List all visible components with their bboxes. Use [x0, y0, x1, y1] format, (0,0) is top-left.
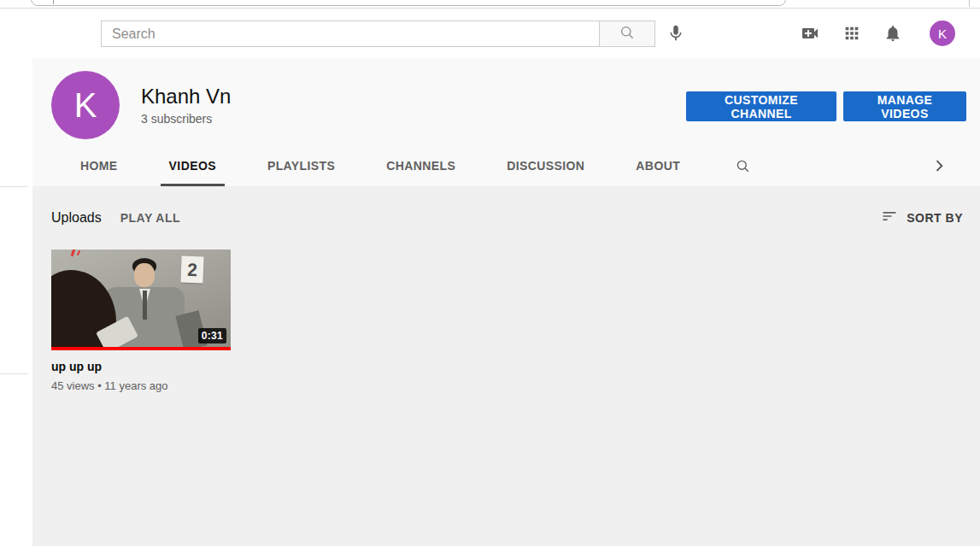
channel-content: Uploads PLAY ALL SORT BY 2: [32, 186, 980, 546]
tab-videos[interactable]: VIDEOS: [144, 145, 242, 186]
channel-search-icon[interactable]: [735, 145, 751, 186]
mic-icon[interactable]: [665, 22, 687, 44]
sort-by-control[interactable]: SORT BY: [881, 208, 963, 228]
search-input[interactable]: [101, 21, 600, 47]
video-title[interactable]: up up up: [51, 360, 231, 373]
account-avatar[interactable]: K: [930, 21, 955, 46]
browser-address-bar[interactable]: [31, 0, 786, 6]
masthead: K: [0, 9, 980, 58]
section-title: Uploads: [51, 210, 102, 226]
guide-divider: [0, 373, 28, 374]
notifications-bell-icon[interactable]: [882, 22, 904, 44]
sort-icon: [881, 208, 898, 228]
video-meta: 45 views • 11 years ago: [51, 379, 231, 392]
chevron-right-icon[interactable]: [930, 157, 948, 177]
apps-grid-icon[interactable]: [841, 22, 863, 44]
tab-home[interactable]: HOME: [55, 145, 144, 186]
search-button[interactable]: [600, 21, 655, 47]
thumbnail-number-sign: 2: [180, 256, 203, 284]
search-area: [101, 21, 655, 47]
guide-divider: [0, 186, 28, 187]
channel-avatar[interactable]: K: [51, 71, 120, 139]
thumbnail-art: [134, 263, 155, 287]
youtube-channel-page: K K Khanh Vn 3 subscribers CUSTOMIZE CHA…: [0, 0, 980, 546]
play-all-link[interactable]: PLAY ALL: [120, 211, 180, 225]
customize-channel-button[interactable]: CUSTOMIZE CHANNEL: [686, 91, 836, 121]
thumbnail-art: [77, 250, 80, 255]
tab-channels[interactable]: CHANNELS: [361, 145, 481, 186]
sort-by-label: SORT BY: [907, 211, 963, 225]
channel-tabs: HOME VIDEOS PLAYLISTS CHANNELS DISCUSSIO…: [55, 145, 751, 186]
uploads-header-row: Uploads PLAY ALL SORT BY: [51, 208, 963, 228]
address-bar-caret: [53, 0, 54, 4]
create-video-icon[interactable]: [799, 22, 821, 44]
guide-rail: [0, 58, 32, 546]
channel-header: K Khanh Vn 3 subscribers CUSTOMIZE CHANN…: [32, 58, 980, 186]
watch-progress-track: [51, 347, 231, 350]
tab-about[interactable]: ABOUT: [610, 145, 706, 186]
manage-videos-button[interactable]: MANAGE VIDEOS: [843, 91, 966, 121]
thumbnail-art: [143, 291, 147, 320]
thumbnail-art: [71, 250, 76, 256]
browser-chrome-strip: [0, 0, 980, 9]
video-thumbnail[interactable]: 2 0:31: [51, 250, 231, 350]
tab-playlists[interactable]: PLAYLISTS: [242, 145, 361, 186]
video-card: 2 0:31 up up up 45 views • 11 years ago: [51, 250, 231, 392]
subscriber-count: 3 subscribers: [141, 112, 212, 126]
tab-discussion[interactable]: DISCUSSION: [481, 145, 610, 186]
duration-badge: 0:31: [198, 328, 226, 343]
channel-name: Khanh Vn: [141, 85, 231, 109]
browser-toolbar-divider: [969, 0, 970, 7]
search-icon: [619, 24, 636, 44]
watch-progress-bar: [51, 347, 231, 350]
